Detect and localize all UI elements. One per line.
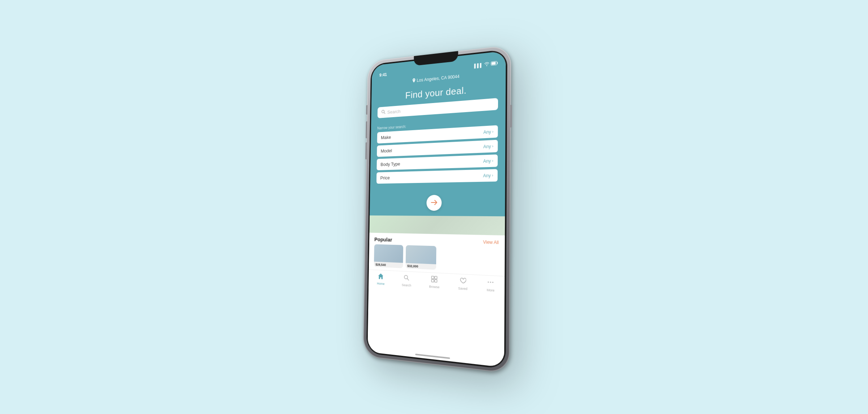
svg-point-4 [404, 275, 408, 278]
search-icon [381, 109, 386, 115]
filter-section: Narrow your search: Make Any › Model Any… [370, 115, 505, 191]
power-button [510, 104, 512, 127]
filter-price-label: Price [380, 175, 390, 180]
nav-search-label: Search [402, 283, 411, 287]
view-all-link[interactable]: View All [483, 239, 499, 245]
svg-rect-9 [435, 279, 437, 282]
filter-price-value: Any › [483, 172, 493, 178]
filter-model-any: Any [483, 144, 491, 149]
nav-browse[interactable]: Browse [429, 275, 439, 289]
svg-point-10 [488, 281, 489, 282]
chevron-icon: › [492, 144, 493, 148]
popular-title: Popular [374, 236, 392, 243]
nav-saved-label: Saved [458, 286, 468, 290]
phone-screen: 9:41 ▌▌▌ [367, 51, 506, 367]
mute-button [366, 105, 367, 114]
filter-model-value: Any › [483, 143, 493, 149]
filter-make-any: Any [483, 129, 491, 135]
filter-body-type-label: Body Type [380, 161, 400, 167]
nav-browse-label: Browse [429, 284, 439, 289]
more-icon [487, 278, 494, 287]
car-card-2[interactable]: $32,000 [405, 245, 436, 270]
chevron-icon: › [492, 173, 493, 177]
phone-mockup: 9:41 ▌▌▌ [363, 45, 511, 374]
filter-price[interactable]: Price Any › [376, 169, 498, 184]
filter-model-label: Model [381, 148, 392, 154]
svg-rect-1 [492, 62, 495, 65]
car-card-1[interactable]: $28,540 [374, 244, 403, 268]
filter-make-value: Any › [483, 129, 493, 135]
svg-rect-8 [431, 279, 434, 282]
saved-icon [460, 277, 466, 286]
map-background [369, 215, 505, 235]
search-nav-icon [404, 274, 410, 283]
filter-body-type-value: Any › [483, 158, 493, 163]
svg-rect-7 [435, 276, 437, 278]
filter-price-any: Any [483, 172, 491, 178]
svg-line-5 [407, 278, 409, 280]
nav-search[interactable]: Search [402, 274, 412, 287]
filter-body-type-any: Any [483, 158, 491, 163]
location-icon [412, 77, 415, 84]
battery-icon [491, 61, 498, 66]
browse-icon [431, 276, 437, 284]
filter-body-type[interactable]: Body Type Any › [376, 154, 498, 170]
car-card-1-price: $28,540 [374, 261, 403, 268]
status-icons: ▌▌▌ [474, 61, 498, 68]
wifi-icon [484, 61, 489, 67]
signal-icon: ▌▌▌ [474, 63, 483, 68]
svg-point-12 [492, 281, 493, 282]
filter-make-label: Make [381, 135, 391, 140]
chevron-icon: › [492, 158, 493, 163]
home-icon [378, 273, 384, 281]
nav-home[interactable]: Home [377, 273, 385, 285]
status-time: 9:41 [378, 72, 387, 78]
nav-saved[interactable]: Saved [458, 277, 468, 290]
scene: 9:41 ▌▌▌ [358, 52, 510, 363]
search-placeholder: Search [387, 108, 401, 115]
svg-point-11 [490, 281, 491, 282]
car-card-2-image [406, 245, 437, 264]
nav-home-label: Home [377, 281, 384, 285]
car-card-1-image [374, 244, 403, 263]
car-card-2-price: $32,000 [405, 263, 436, 270]
nav-more-label: More [487, 288, 494, 292]
chevron-icon: › [492, 129, 494, 134]
svg-line-3 [384, 112, 385, 114]
nav-more[interactable]: More [487, 278, 495, 292]
submit-button[interactable] [426, 195, 442, 210]
content-area: Popular View All $28,540 $32,000 [367, 215, 505, 367]
svg-rect-6 [431, 276, 434, 278]
arrow-right-icon [431, 199, 437, 206]
submit-area [370, 189, 505, 216]
volume-up-button [366, 121, 367, 138]
map-area [369, 215, 505, 235]
